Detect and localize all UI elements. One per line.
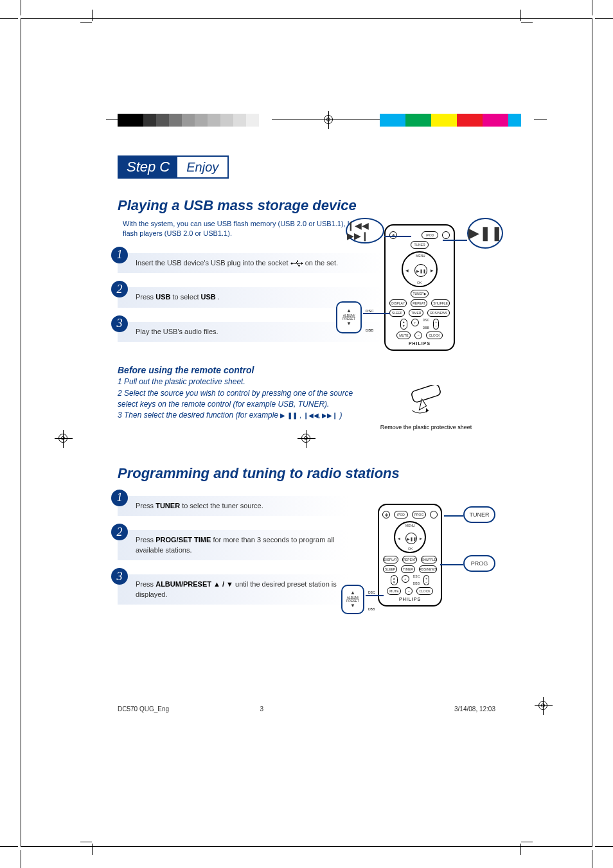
step2-bold2: USB bbox=[201, 293, 216, 301]
prev-next-callout: ❙◀◀ ▶▶❙ bbox=[346, 218, 384, 244]
remote-title: Before using the remote control bbox=[118, 364, 375, 376]
step2-mid: to select bbox=[172, 293, 200, 301]
step2-bold1: USB bbox=[155, 293, 170, 301]
radio-step1: 1 Press TUNER to select the tuner source… bbox=[118, 496, 349, 516]
step-label: Step C bbox=[118, 155, 177, 179]
play-pause-icon: ▶❚❚ bbox=[468, 225, 502, 242]
remote-instructions: Before using the remote control 1 Pull o… bbox=[118, 364, 375, 421]
prev-next-icon: ❙◀◀ ▶▶❙ bbox=[347, 220, 383, 241]
step-number-icon: 3 bbox=[111, 315, 128, 332]
play-pause-icon: ▶❚❚ bbox=[414, 264, 427, 277]
step2-pre: Press bbox=[136, 293, 155, 301]
footer-doc: DC570 QUG_Eng bbox=[118, 705, 169, 713]
svg-marker-6 bbox=[301, 262, 303, 265]
remote-line1: 1 Pull out the plastic protective sheet. bbox=[118, 376, 375, 387]
prog-callout: PROG bbox=[463, 555, 495, 572]
usb-intro: With the system, you can use USB flash m… bbox=[123, 219, 367, 239]
step-number-icon: 3 bbox=[111, 568, 128, 585]
registration-strip bbox=[118, 114, 540, 127]
remote-line3-post: ) bbox=[340, 411, 342, 420]
tuner-button2: TUNER▶ bbox=[411, 290, 429, 297]
step-number-icon: 2 bbox=[111, 281, 128, 297]
remote-illustration-usb: ⏻iPOD TUNER MENU OK ◀ ▶ ▶❚❚ TUNER▶ DISPL… bbox=[355, 224, 484, 351]
step1-text-post: on the set. bbox=[305, 259, 338, 267]
step3-text: Play the USB's audio files. bbox=[136, 328, 218, 335]
footer-page: 3 bbox=[260, 705, 264, 713]
enjoy-label: Enjoy bbox=[177, 155, 229, 179]
play-pause-callout: ▶❚❚ bbox=[467, 218, 503, 249]
svg-point-5 bbox=[298, 265, 299, 266]
step-header: Step C Enjoy bbox=[118, 155, 229, 179]
registration-mark-right-icon bbox=[298, 430, 315, 448]
registration-mark-icon bbox=[320, 111, 338, 129]
tuner-button: TUNER bbox=[411, 241, 429, 249]
usb-step1: 1 Insert the USB device's USB plug into … bbox=[118, 253, 384, 273]
step2-post: . bbox=[218, 293, 220, 301]
step1-text-pre: Insert the USB device's USB plug into th… bbox=[136, 259, 290, 267]
step-number-icon: 2 bbox=[111, 524, 128, 540]
svg-marker-8 bbox=[426, 408, 429, 412]
registration-mark-footer-icon bbox=[535, 697, 553, 715]
album-preset-callout2: ▲ ALBUM/ PRESET ▼ DSC DBB bbox=[341, 585, 364, 614]
playback-icons: ▶ ❚❚ , ❙◀◀, ▶▶❙ bbox=[280, 412, 337, 419]
tuner-callout: TUNER bbox=[463, 506, 495, 523]
brand-label: PHILIPS bbox=[389, 341, 450, 346]
album-preset-callout: ▲ ALBUM/ PRESET ▼ DSC DBB bbox=[336, 301, 362, 333]
svg-rect-3 bbox=[297, 260, 298, 261]
radio-title: Programming and tuning to radio stations bbox=[118, 465, 495, 482]
standby-icon: ⏻ bbox=[389, 231, 397, 239]
page-footer: DC570 QUG_Eng 3 3/14/08, 12:03 bbox=[118, 700, 495, 718]
step-number-icon: 1 bbox=[111, 490, 128, 506]
footer-date: 3/14/08, 12:03 bbox=[454, 705, 495, 713]
battery-caption: Remove the plastic protective sheet bbox=[368, 424, 484, 430]
remote-illustration-radio: ⏻iPODPROG MENU OK ◀ ▶ ▶❚❚ DISPLAYREPEATS… bbox=[355, 504, 484, 607]
usb-icon bbox=[290, 260, 303, 267]
radio-step2: 2 Press PROG/SET TIME for more than 3 se… bbox=[118, 530, 349, 560]
registration-mark-left-icon bbox=[55, 430, 73, 448]
usb-title: Playing a USB mass storage device bbox=[118, 197, 495, 214]
page-frame: Step C Enjoy Playing a USB mass storage … bbox=[21, 18, 592, 847]
remote-battery-icon bbox=[400, 385, 452, 420]
svg-rect-7 bbox=[411, 385, 441, 403]
remote-line3-pre: 3 Then select the desired function (for … bbox=[118, 411, 280, 420]
remote-line2: 2 Select the source you wish to control … bbox=[118, 388, 375, 411]
step-number-icon: 1 bbox=[111, 247, 128, 263]
radio-step3: 3 Press ALBUM/PRESET ▲ / ▼ until the des… bbox=[118, 574, 349, 605]
ipod-button: iPOD bbox=[422, 231, 438, 239]
battery-illustration: Remove the plastic protective sheet bbox=[368, 385, 484, 430]
